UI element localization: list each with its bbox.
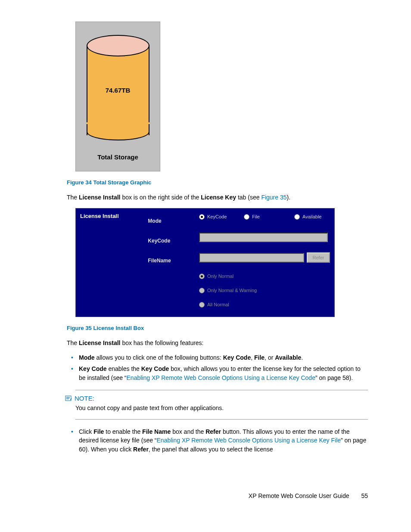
- page-footer: XP Remote Web Console User Guide 55: [67, 492, 368, 499]
- mode-label: Mode: [148, 213, 190, 224]
- footer-title: XP Remote Web Console User Guide: [249, 492, 349, 499]
- radio-icon: [199, 214, 205, 220]
- note-icon: [65, 395, 72, 401]
- mode-radio-keycode[interactable]: KeyCode: [199, 214, 227, 220]
- panel-title: License Install: [80, 213, 139, 219]
- storage-cylinder-icon: 74.67TB: [87, 35, 149, 140]
- page-number: 55: [361, 492, 368, 499]
- storage-caption: Total Storage: [97, 153, 138, 161]
- note-block: NOTE: You cannot copy and paste text fro…: [75, 390, 368, 420]
- note-body: You cannot copy and paste text from othe…: [75, 404, 368, 411]
- filename-label: FileName: [148, 252, 190, 264]
- figure-35-link[interactable]: Figure 35: [261, 194, 286, 201]
- radio-icon: [199, 288, 205, 293]
- feature-mode: Mode allows you to click one of the foll…: [79, 353, 368, 362]
- radio-icon: [244, 214, 249, 220]
- features-list: Mode allows you to click one of the foll…: [67, 353, 368, 382]
- total-storage-graphic: 74.67TB Total Storage: [75, 22, 160, 171]
- paragraph-license-install-location: The License Install box is on the right …: [67, 193, 368, 202]
- radio-icon: [294, 214, 300, 220]
- mode-radio-file[interactable]: File: [244, 214, 260, 220]
- radio-icon: [199, 302, 205, 308]
- keycode-label: KeyCode: [148, 233, 190, 244]
- feature-keycode: Key Code enables the Key Code box, which…: [79, 364, 368, 382]
- storage-value: 74.67TB: [87, 87, 149, 94]
- features-list-cont: Click File to enable the File Name box a…: [67, 427, 368, 454]
- opt-only-normal-warning: Only Normal & Warning: [199, 288, 330, 293]
- refer-button[interactable]: Refer: [307, 252, 330, 263]
- keycode-input[interactable]: [199, 233, 328, 242]
- opt-all-normal: All Normal: [199, 302, 330, 308]
- filename-input[interactable]: [199, 253, 304, 262]
- feature-file: Click File to enable the File Name box a…: [79, 427, 368, 454]
- license-install-panel: License Install Mode KeyCode File: [75, 208, 335, 317]
- figure-34-caption: Figure 34 Total Storage Graphic: [67, 179, 368, 186]
- note-heading: NOTE:: [75, 395, 94, 402]
- figure-35-caption: Figure 35 License Install Box: [67, 325, 368, 331]
- radio-icon: [199, 274, 205, 279]
- mode-radio-available[interactable]: Available: [294, 214, 321, 220]
- keyfile-link[interactable]: Enabling XP Remote Web Console Options U…: [157, 437, 341, 444]
- keycode-link[interactable]: Enabling XP Remote Web Console Options U…: [127, 374, 315, 381]
- paragraph-features-intro: The License Install box has the followin…: [67, 339, 368, 348]
- opt-only-normal: Only Normal: [199, 274, 330, 279]
